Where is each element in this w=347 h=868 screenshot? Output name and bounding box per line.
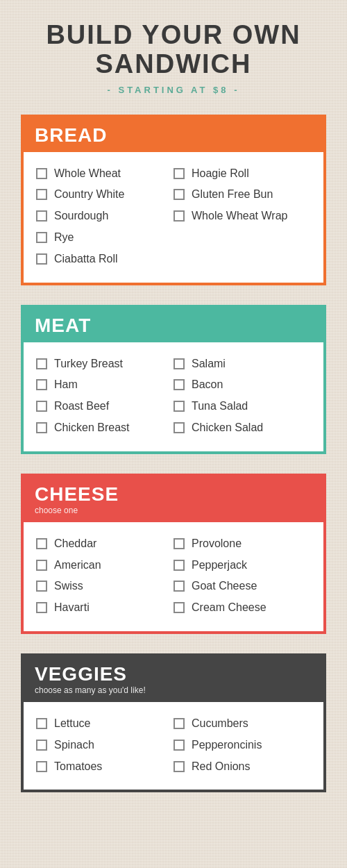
section-bread: BREADWhole WheatCountry WhiteSourdoughRy… (21, 115, 326, 285)
list-item[interactable]: Red Onions (174, 756, 311, 778)
section-veggies-right-col: CucumbersPepperoncinisRed Onions (174, 713, 311, 777)
list-item[interactable]: Roast Beef (36, 396, 174, 417)
checkbox-icon[interactable] (174, 761, 185, 772)
list-item[interactable]: Country White (36, 184, 174, 206)
section-cheese-body: CheddarAmericanSwissHavartiProvolonePepp… (22, 522, 325, 633)
item-label: Rye (54, 231, 74, 245)
list-item[interactable]: Gluten Free Bun (174, 184, 311, 206)
list-item[interactable]: Chicken Salad (174, 417, 311, 439)
checkbox-icon[interactable] (174, 168, 185, 179)
checkbox-icon[interactable] (174, 401, 185, 412)
section-meat-left-col: Turkey BreastHamRoast BeefChicken Breast (36, 353, 174, 439)
list-item[interactable]: Whole Wheat Wrap (174, 206, 311, 227)
list-item[interactable]: Pepperoncinis (174, 735, 311, 756)
item-label: Goat Cheese (192, 579, 257, 594)
list-item[interactable]: Cheddar (36, 533, 174, 555)
checkbox-icon[interactable] (174, 379, 185, 390)
item-label: Whole Wheat (54, 167, 121, 181)
page-subtitle: - STARTING AT $8 - (21, 85, 326, 95)
checkbox-icon[interactable] (36, 210, 47, 222)
section-meat-body: Turkey BreastHamRoast BeefChicken Breast… (22, 342, 325, 453)
list-item[interactable]: Cucumbers (174, 713, 311, 735)
list-item[interactable]: American (36, 555, 174, 576)
list-item[interactable]: Swiss (36, 576, 174, 597)
item-label: Red Onions (192, 760, 251, 774)
checkbox-icon[interactable] (36, 358, 47, 369)
section-veggies-body: LettuceSpinachTomatoesCucumbersPepperonc… (22, 702, 325, 791)
checkbox-icon[interactable] (174, 358, 185, 369)
list-item[interactable]: Spinach (36, 735, 174, 756)
checkbox-icon[interactable] (36, 718, 47, 729)
section-meat-grid: Turkey BreastHamRoast BeefChicken Breast… (36, 353, 311, 439)
checkbox-icon[interactable] (36, 761, 47, 772)
item-label: Cheddar (54, 537, 96, 551)
item-label: Gluten Free Bun (192, 187, 273, 202)
checkbox-icon[interactable] (174, 718, 185, 729)
list-item[interactable]: Havarti (36, 597, 174, 619)
item-label: Tuna Salad (192, 399, 248, 414)
checkbox-icon[interactable] (36, 740, 47, 751)
checkbox-icon[interactable] (36, 379, 47, 390)
checkbox-icon[interactable] (174, 740, 185, 751)
checkbox-icon[interactable] (174, 602, 185, 613)
item-label: Turkey Breast (54, 357, 123, 372)
section-meat: MEATTurkey BreastHamRoast BeefChicken Br… (21, 305, 326, 454)
item-label: Cream Cheese (192, 601, 266, 615)
checkbox-icon[interactable] (174, 538, 185, 549)
list-item[interactable]: Salami (174, 353, 311, 375)
list-item[interactable]: Rye (36, 227, 174, 249)
section-bread-title: BREAD (35, 126, 312, 145)
checkbox-icon[interactable] (174, 189, 185, 200)
section-veggies-title: VEGGIES (35, 665, 312, 684)
section-cheese-header: CHEESEchoose one (22, 475, 325, 522)
checkbox-icon[interactable] (36, 560, 47, 571)
list-item[interactable]: Chicken Breast (36, 417, 174, 439)
list-item[interactable]: Ham (36, 374, 174, 396)
checkbox-icon[interactable] (36, 189, 47, 200)
checkbox-icon[interactable] (36, 538, 47, 549)
item-label: Chicken Breast (54, 421, 130, 435)
item-label: Pepperoncinis (192, 738, 262, 753)
list-item[interactable]: Sourdough (36, 206, 174, 227)
list-item[interactable]: Whole Wheat (36, 163, 174, 185)
section-cheese: CHEESEchoose oneCheddarAmericanSwissHava… (21, 474, 326, 634)
list-item[interactable]: Turkey Breast (36, 353, 174, 375)
checkbox-icon[interactable] (36, 232, 47, 243)
checkbox-icon[interactable] (36, 581, 47, 592)
item-label: Pepperjack (192, 558, 247, 573)
list-item[interactable]: Bacon (174, 374, 311, 396)
item-label: Havarti (54, 601, 90, 615)
list-item[interactable]: Cream Cheese (174, 597, 311, 619)
item-label: Cucumbers (192, 717, 248, 731)
list-item[interactable]: Pepperjack (174, 555, 311, 576)
list-item[interactable]: Goat Cheese (174, 576, 311, 597)
checkbox-icon[interactable] (36, 602, 47, 613)
checkbox-icon[interactable] (36, 253, 47, 265)
section-bread-body: Whole WheatCountry WhiteSourdoughRyeCiab… (22, 152, 325, 284)
item-label: Tomatoes (54, 760, 102, 774)
checkbox-icon[interactable] (174, 581, 185, 592)
list-item[interactable]: Tomatoes (36, 756, 174, 778)
list-item[interactable]: Ciabatta Roll (36, 249, 174, 270)
section-cheese-title: CHEESE (35, 485, 312, 504)
item-label: Sourdough (54, 209, 108, 224)
checkbox-icon[interactable] (174, 422, 185, 433)
section-bread-left-col: Whole WheatCountry WhiteSourdoughRyeCiab… (36, 163, 174, 270)
checkbox-icon[interactable] (174, 560, 185, 571)
list-item[interactable]: Lettuce (36, 713, 174, 735)
checkbox-icon[interactable] (36, 422, 47, 433)
list-item[interactable]: Hoagie Roll (174, 163, 311, 185)
item-label: Provolone (192, 537, 242, 551)
item-label: Whole Wheat Wrap (192, 209, 287, 224)
section-cheese-right-col: ProvolonePepperjackGoat CheeseCream Chee… (174, 533, 311, 619)
checkbox-icon[interactable] (174, 210, 185, 222)
item-label: Swiss (54, 579, 83, 594)
checkbox-icon[interactable] (36, 168, 47, 179)
item-label: Chicken Salad (192, 421, 263, 435)
list-item[interactable]: Provolone (174, 533, 311, 555)
list-item[interactable]: Tuna Salad (174, 396, 311, 417)
section-meat-right-col: SalamiBaconTuna SaladChicken Salad (174, 353, 311, 439)
section-bread-right-col: Hoagie RollGluten Free BunWhole Wheat Wr… (174, 163, 311, 270)
item-label: Hoagie Roll (192, 167, 249, 181)
checkbox-icon[interactable] (36, 401, 47, 412)
